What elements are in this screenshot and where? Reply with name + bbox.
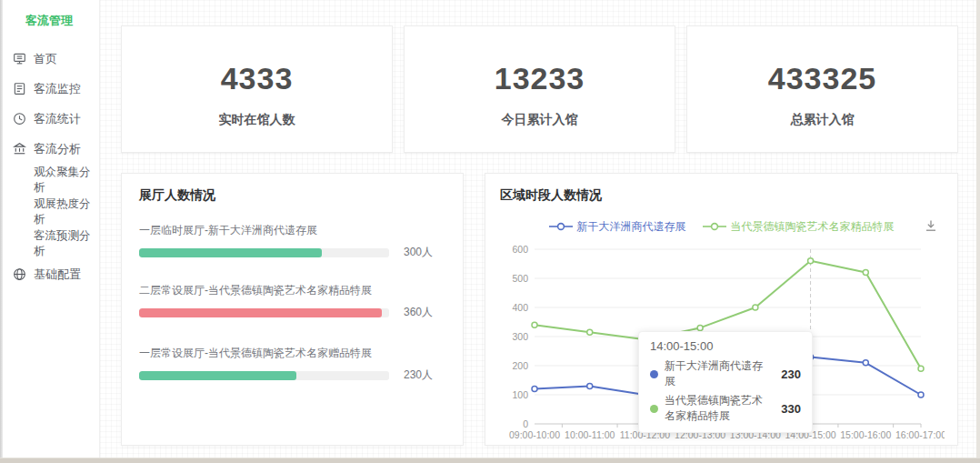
globe-icon (13, 267, 26, 281)
svg-text:0: 0 (523, 418, 528, 429)
svg-text:12:00-13:00: 12:00-13:00 (675, 429, 725, 440)
line-chart-svg[interactable]: 010020030040050060009:00-10:0010:00-11:0… (500, 240, 945, 449)
museum-bank-icon (13, 142, 26, 156)
dashboard-screen: 客流管理 首页 客流监控 客流统计 (0, 0, 980, 463)
sidebar-item-flow-forecast[interactable]: 客流预测分析 (3, 227, 99, 259)
panels-row: 展厅人数情况 一层临时展厅-新干大洋洲商代遗存展 300人 二层常设展厅-当代景… (121, 173, 958, 446)
time-slot-chart-panel: 区域时段人数情况 新干大洋洲商代遗存展 当代景德镇陶瓷艺术名家精品特展 (485, 173, 958, 446)
legend-item-series1[interactable]: 新干大洋洲商代遗存展 (549, 219, 686, 235)
hall-occupancy-panel: 展厅人数情况 一层临时展厅-新干大洋洲商代遗存展 300人 二层常设展厅-当代景… (121, 173, 464, 446)
progress-bar-fill (139, 371, 296, 380)
svg-text:10:00-11:00: 10:00-11:00 (565, 429, 615, 440)
clock-icon (13, 112, 26, 126)
sidebar-item-exhibition-heat[interactable]: 观展热度分析 (3, 196, 99, 227)
progress-bar (139, 308, 389, 317)
home-monitor-icon (13, 52, 26, 65)
hall-bar-row: 一层临时展厅-新干大洋洲商代遗存展 300人 (139, 223, 445, 260)
left-edge-divider (0, 0, 3, 463)
hall-bar-label: 二层常设展厅-当代景德镇陶瓷艺术名家精品特展 (139, 283, 445, 298)
sidebar-item-analysis[interactable]: 客流分析 (3, 134, 99, 164)
stat-card-realtime: 4333 实时在馆人数 (121, 25, 393, 153)
sidebar-item-statistics[interactable]: 客流统计 (3, 104, 99, 134)
stat-card-total: 433325 总累计入馆 (686, 25, 958, 153)
sidebar-item-monitoring[interactable]: 客流监控 (3, 74, 99, 104)
sidebar-item-label: 观展热度分析 (34, 196, 99, 227)
sidebar-item-label: 客流统计 (34, 111, 81, 127)
panel-title: 区域时段人数情况 (500, 187, 943, 204)
hall-bar-row: 二层常设展厅-当代景德镇陶瓷艺术名家精品特展 360人 (139, 283, 445, 320)
stat-value: 433325 (687, 61, 957, 96)
stat-card-today: 13233 今日累计入馆 (404, 25, 675, 153)
stat-label: 实时在馆人数 (122, 112, 392, 128)
horizontal-scrollbar[interactable] (0, 458, 980, 463)
sidebar: 客流管理 首页 客流监控 客流统计 (3, 0, 100, 458)
hall-bar-value: 230人 (404, 367, 445, 383)
svg-text:11:00-12:00: 11:00-12:00 (620, 429, 670, 440)
sidebar-item-label: 客流分析 (34, 141, 81, 157)
hall-bar-row: 一层常设展厅-当代景德镇陶瓷艺术名家赠品特展 230人 (139, 346, 445, 383)
svg-text:100: 100 (512, 389, 528, 400)
sidebar-item-label: 客流监控 (34, 81, 81, 97)
sidebar-item-label: 客流预测分析 (34, 228, 99, 259)
hall-bar-label: 一层常设展厅-当代景德镇陶瓷艺术名家赠品特展 (139, 346, 445, 361)
progress-bar (139, 248, 389, 257)
hall-bar-value: 300人 (404, 245, 445, 260)
download-icon[interactable] (925, 219, 937, 232)
svg-text:13:00-14:00: 13:00-14:00 (730, 429, 781, 440)
sidebar-item-basic-config[interactable]: 基础配置 (3, 259, 99, 289)
svg-text:300: 300 (512, 331, 528, 342)
sidebar-item-label: 基础配置 (34, 267, 81, 283)
sidebar-item-home[interactable]: 首页 (3, 44, 99, 74)
stat-value: 13233 (405, 61, 675, 96)
stat-label: 今日累计入馆 (405, 112, 675, 128)
svg-text:600: 600 (512, 244, 528, 255)
hall-bar-value: 360人 (404, 305, 445, 320)
svg-text:15:00-16:00: 15:00-16:00 (840, 429, 891, 440)
legend-label: 新干大洋洲商代遗存展 (577, 219, 686, 235)
document-list-icon (13, 82, 26, 96)
legend-label: 当代景德镇陶瓷艺术名家精品特展 (731, 219, 895, 235)
sidebar-item-label: 观众聚集分析 (34, 165, 99, 196)
progress-bar (139, 371, 389, 380)
main-content: 4333 实时在馆人数 13233 今日累计入馆 433325 总累计入馆 展厅… (100, 0, 980, 458)
panel-title: 展厅人数情况 (139, 187, 445, 204)
legend-item-series2[interactable]: 当代景德镇陶瓷艺术名家精品特展 (703, 219, 895, 235)
svg-text:16:00-17:00: 16:00-17:00 (895, 429, 945, 440)
line-marker-icon (703, 222, 726, 231)
sidebar-menu: 首页 客流监控 客流统计 客流分析 观众聚集分析 (3, 44, 99, 289)
progress-bar-fill (139, 308, 382, 317)
hall-bar-label: 一层临时展厅-新干大洋洲商代遗存展 (139, 223, 445, 238)
chart-legend: 新干大洋洲商代遗存展 当代景德镇陶瓷艺术名家精品特展 (500, 218, 943, 235)
stat-value: 4333 (122, 61, 392, 96)
line-chart-area: 010020030040050060009:00-10:0010:00-11:0… (500, 240, 943, 453)
line-marker-icon (549, 222, 573, 231)
sidebar-item-label: 首页 (34, 51, 57, 67)
svg-text:500: 500 (512, 273, 528, 284)
stat-label: 总累计入馆 (687, 112, 957, 128)
sidebar-item-audience-gathering[interactable]: 观众聚集分析 (3, 164, 99, 196)
progress-bar-fill (139, 248, 322, 257)
svg-text:14:00-15:00: 14:00-15:00 (785, 429, 836, 440)
svg-text:200: 200 (512, 360, 528, 371)
right-edge-divider (976, 0, 980, 463)
sidebar-section-title: 客流管理 (3, 13, 99, 29)
svg-text:400: 400 (512, 302, 528, 313)
svg-text:09:00-10:00: 09:00-10:00 (509, 429, 560, 440)
stat-cards-row: 4333 实时在馆人数 13233 今日累计入馆 433325 总累计入馆 (121, 25, 958, 153)
